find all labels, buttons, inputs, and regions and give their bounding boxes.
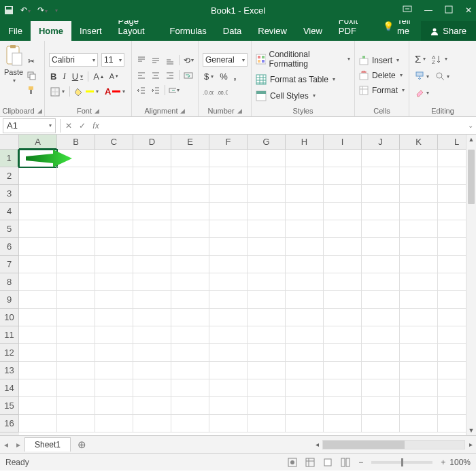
cell[interactable]	[324, 256, 362, 273]
cell[interactable]	[209, 238, 248, 256]
fill-button[interactable]: ▾	[413, 71, 430, 82]
row-header[interactable]: 5	[0, 220, 19, 238]
row-header[interactable]: 15	[0, 397, 19, 415]
borders-button[interactable]: ▾	[49, 86, 66, 97]
new-sheet-button[interactable]: ⊕	[71, 439, 93, 451]
cell[interactable]	[133, 220, 171, 238]
dialog-launcher-icon[interactable]: ◢	[37, 107, 42, 114]
cell[interactable]	[362, 185, 400, 203]
delete-cells-button[interactable]: Delete▾	[359, 71, 405, 80]
italic-button[interactable]: I	[61, 70, 67, 82]
wrap-text-icon[interactable]	[183, 70, 194, 81]
cell[interactable]	[57, 220, 95, 238]
percent-button[interactable]: %	[218, 71, 229, 82]
macro-record-icon[interactable]	[284, 458, 301, 467]
insert-cells-button[interactable]: Insert▾	[359, 56, 405, 65]
cell-styles-button[interactable]: Cell Styles▾	[256, 90, 350, 101]
cell[interactable]	[248, 150, 286, 167]
cell[interactable]	[248, 291, 286, 309]
cell[interactable]	[286, 256, 324, 273]
row-header[interactable]: 14	[0, 379, 19, 397]
cell[interactable]	[286, 203, 324, 220]
font-name-combo[interactable]: Calibri▾	[49, 53, 98, 67]
cell[interactable]	[133, 379, 171, 397]
cell[interactable]	[95, 291, 133, 309]
cell[interactable]	[248, 309, 286, 326]
scrollbar-thumb[interactable]	[468, 150, 475, 204]
cell[interactable]	[286, 291, 324, 309]
cell[interactable]	[209, 185, 248, 203]
cell[interactable]	[324, 291, 362, 309]
cell[interactable]	[362, 167, 400, 185]
cell[interactable]	[248, 397, 286, 415]
cell[interactable]	[209, 344, 248, 362]
sheet-nav-next-icon[interactable]: ▸	[12, 440, 24, 449]
column-header[interactable]: K	[400, 135, 438, 150]
cell[interactable]	[400, 309, 438, 326]
scrollbar-thumb[interactable]	[323, 441, 405, 449]
cancel-formula-icon[interactable]: ✕	[62, 121, 75, 131]
page-break-view-icon[interactable]	[337, 458, 354, 467]
cell[interactable]	[324, 362, 362, 379]
tab-view[interactable]: View	[295, 21, 330, 41]
decrease-font-icon[interactable]: A▾	[108, 71, 120, 81]
cell[interactable]	[95, 238, 133, 256]
redo-icon[interactable]: ↷▾	[37, 5, 48, 15]
zoom-out-button[interactable]: −	[354, 458, 367, 467]
dialog-launcher-icon[interactable]: ◢	[180, 107, 185, 114]
cell[interactable]	[171, 150, 209, 167]
cell[interactable]	[19, 326, 57, 344]
sheet-tab[interactable]: Sheet1	[24, 437, 71, 452]
cell[interactable]	[286, 273, 324, 291]
cell[interactable]	[400, 150, 438, 167]
decrease-decimal-icon[interactable]: .00.0	[217, 86, 228, 97]
cell[interactable]	[248, 167, 286, 185]
cell[interactable]	[400, 203, 438, 220]
undo-icon[interactable]: ↶▾	[20, 5, 31, 15]
cell[interactable]	[362, 415, 400, 432]
cell[interactable]	[171, 309, 209, 326]
cell[interactable]	[133, 167, 171, 185]
cell[interactable]	[286, 326, 324, 344]
cell[interactable]	[133, 309, 171, 326]
cell[interactable]	[324, 185, 362, 203]
row-header[interactable]: 4	[0, 203, 19, 220]
cell[interactable]	[133, 273, 171, 291]
cell[interactable]	[133, 256, 171, 273]
cell[interactable]	[19, 273, 57, 291]
cell[interactable]	[95, 150, 133, 167]
scroll-right-icon[interactable]: ▸	[465, 441, 476, 448]
save-icon[interactable]	[4, 5, 14, 15]
row-header[interactable]: 11	[0, 326, 19, 344]
cell[interactable]	[362, 379, 400, 397]
ribbon-options-icon[interactable]	[403, 5, 412, 15]
cell[interactable]	[400, 291, 438, 309]
column-header[interactable]: E	[171, 135, 209, 150]
cell[interactable]	[324, 150, 362, 167]
cell[interactable]	[95, 344, 133, 362]
cell[interactable]	[171, 362, 209, 379]
find-select-button[interactable]: ▾	[434, 71, 451, 82]
cell[interactable]	[171, 203, 209, 220]
increase-font-icon[interactable]: A▴	[92, 71, 105, 82]
sheet-nav-prev-icon[interactable]: ◂	[0, 440, 12, 449]
cell[interactable]	[133, 344, 171, 362]
close-icon[interactable]: ✕	[465, 5, 472, 15]
cell[interactable]	[248, 415, 286, 432]
cell[interactable]	[95, 273, 133, 291]
format-painter-icon[interactable]	[26, 84, 37, 95]
column-header[interactable]: J	[362, 135, 400, 150]
cell[interactable]	[209, 379, 248, 397]
cell[interactable]	[400, 185, 438, 203]
cell[interactable]	[362, 256, 400, 273]
cell[interactable]	[95, 379, 133, 397]
cell[interactable]	[57, 273, 95, 291]
cell[interactable]	[324, 220, 362, 238]
decrease-indent-icon[interactable]	[136, 85, 147, 96]
cell[interactable]	[209, 167, 248, 185]
fill-color-button[interactable]: ▾	[73, 86, 100, 97]
cell[interactable]	[248, 379, 286, 397]
cell[interactable]	[286, 362, 324, 379]
row-header[interactable]: 10	[0, 309, 19, 326]
cell[interactable]	[133, 291, 171, 309]
